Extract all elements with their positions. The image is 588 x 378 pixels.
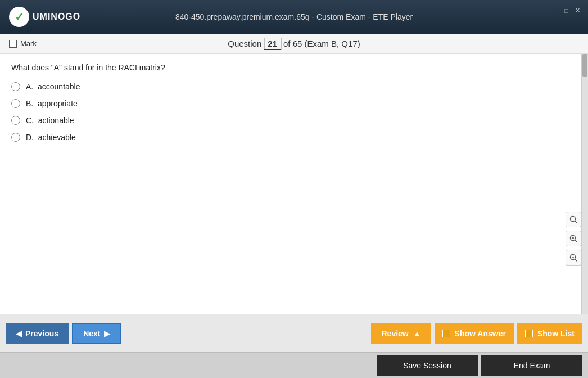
content-area: What does "A" stand for in the RACI matr… [0,54,588,314]
option-b-label: B. appropriate [26,99,78,108]
show-list-button[interactable]: Show List [517,323,582,344]
radio-c[interactable] [11,116,20,125]
search-icon-btn[interactable] [566,212,581,227]
close-button[interactable]: ✕ [573,6,582,15]
radio-d[interactable] [11,133,20,142]
option-b[interactable]: B. appropriate [11,99,577,108]
show-answer-button[interactable]: Show Answer [435,323,514,344]
title-bar: ✓ UMINOGO 840-450.prepaway.premium.exam.… [0,0,588,34]
svg-line-1 [575,221,577,223]
svg-line-3 [575,240,577,242]
scrollbar-thumb[interactable] [582,54,587,76]
minimize-button[interactable]: ─ [551,6,560,15]
review-arrow-icon: ▲ [413,329,421,338]
question-of: of 65 (Exam B, Q17) [283,39,360,48]
end-exam-button[interactable]: End Exam [481,356,582,376]
restore-button[interactable]: □ [562,6,571,15]
scrollbar-track[interactable] [581,54,588,314]
review-label: Review [381,329,408,338]
option-d-label: D. achievable [26,133,76,142]
question-label: Question [228,39,261,48]
next-button[interactable]: Next ▶ [72,323,121,344]
nav-bar: ◀ Previous Next ▶ Review ▲ Show Answer S… [0,314,588,352]
previous-button[interactable]: ◀ Previous [6,323,69,344]
radio-a[interactable] [11,82,20,91]
logo-icon: ✓ [9,7,29,27]
prev-label: Previous [25,329,58,338]
question-number: 21 [264,38,281,50]
next-arrow-icon: ▶ [104,329,110,338]
mark-checkbox[interactable]: Mark [9,39,37,48]
mark-cb-box[interactable] [9,40,17,48]
save-session-button[interactable]: Save Session [377,356,478,376]
option-a[interactable]: A. accountable [11,82,577,91]
window-controls: ─ □ ✕ [551,6,582,15]
option-a-label: A. accountable [26,82,80,91]
zoom-out-icon-btn[interactable] [566,250,581,266]
show-list-label: Show List [537,329,575,338]
show-answer-checkbox [442,330,450,338]
next-label: Next [83,329,100,338]
side-icons [566,212,581,266]
review-button[interactable]: Review ▲ [371,323,431,344]
question-info: Question 21 of 65 (Exam B, Q17) [228,38,360,50]
show-list-checkbox [525,330,533,338]
logo-text: UMINOGO [33,12,80,22]
question-text: What does "A" stand for in the RACI matr… [11,63,577,72]
option-c-label: C. actionable [26,116,74,125]
show-answer-label: Show Answer [455,329,506,338]
mark-label[interactable]: Mark [20,39,37,48]
prev-arrow-icon: ◀ [16,329,22,338]
logo: ✓ UMINOGO [9,7,80,27]
header-bar: Mark Question 21 of 65 (Exam B, Q17) [0,34,588,54]
option-d[interactable]: D. achievable [11,133,577,142]
title-bar-title: 840-450.prepaway.premium.exam.65q - Cust… [175,12,413,21]
zoom-in-icon-btn[interactable] [566,231,581,246]
radio-b[interactable] [11,99,20,108]
footer-bar: Save Session End Exam [0,352,588,378]
svg-line-7 [575,259,577,262]
option-c[interactable]: C. actionable [11,116,577,125]
logo-checkmark: ✓ [15,10,24,24]
